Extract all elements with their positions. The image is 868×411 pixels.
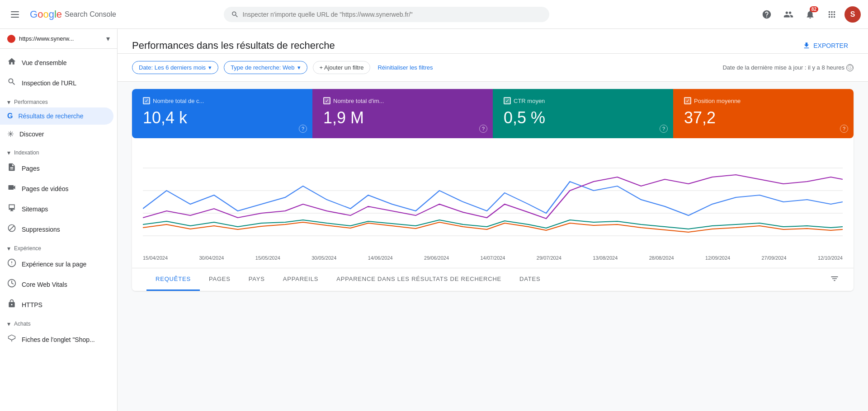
metric-card-position[interactable]: Position moyenne 37,2 ? (673, 89, 854, 138)
logo[interactable]: Google Search Console (30, 9, 116, 20)
video-icon (7, 183, 16, 194)
tab-pays[interactable]: PAYS (240, 268, 274, 291)
metric-card-ctr[interactable]: CTR moyen 0,5 % ? (493, 89, 673, 138)
sidebar-item-page-experience[interactable]: Expérience sur la page (0, 254, 113, 274)
add-filter-button[interactable]: + Ajouter un filtre (313, 61, 371, 74)
sidebar-item-overview[interactable]: Vue d'ensemble (0, 52, 113, 73)
tab-dates[interactable]: DATES (510, 268, 549, 291)
property-arrow-icon: ▾ (106, 34, 110, 43)
search-icon (7, 77, 16, 89)
sidebar-item-video-pages[interactable]: Pages de vidéos (0, 178, 113, 199)
help-button[interactable] (758, 5, 776, 23)
ctr-value: 0,5 % (504, 108, 662, 127)
add-filter-label: + Ajouter un filtre (320, 64, 364, 71)
date-label-5: 29/06/2024 (424, 255, 449, 261)
pages-label: Pages (22, 165, 40, 172)
video-pages-label: Pages de vidéos (22, 185, 69, 192)
section-header-indexation[interactable]: ▾ Indexation (0, 144, 117, 158)
search-type-filter-button[interactable]: Type de recherche: Web ▾ (224, 61, 307, 74)
date-filter-button[interactable]: Date: Les 6 derniers mois ▾ (132, 61, 218, 74)
sidebar-item-discover[interactable]: ✳ Discover (0, 125, 113, 144)
position-info[interactable]: ? (840, 125, 848, 133)
search-type-label: Type de recherche: Web (231, 64, 294, 71)
ctr-label: CTR moyen (514, 98, 545, 104)
impressions-checkbox[interactable] (323, 97, 330, 104)
tab-appareils[interactable]: APPAREILS (274, 268, 328, 291)
sidebar-item-pages[interactable]: Pages (0, 158, 113, 178)
svg-rect-2 (11, 17, 19, 18)
section-label-indexation: Indexation (14, 149, 39, 156)
search-results-label: Résultats de recherche (18, 112, 83, 120)
apps-button[interactable] (823, 5, 841, 23)
url-inspection-label: Inspection de l'URL (22, 79, 76, 87)
property-url: https://www.synerw... (19, 35, 103, 42)
section-label-achats: Achats (14, 321, 31, 327)
last-update-text: Date de la dernière mise à jour : il y a… (722, 64, 844, 71)
sidebar: https://www.synerw... ▾ Vue d'ensemble I… (0, 29, 118, 411)
collapse-arrow-performances: ▾ (7, 98, 10, 106)
page-experience-label: Expérience sur la page (22, 261, 86, 268)
search-input[interactable] (243, 11, 542, 18)
export-label: EXPORTER (813, 42, 848, 49)
property-selector[interactable]: https://www.synerw... ▾ (0, 29, 117, 49)
avatar[interactable]: S (844, 6, 861, 23)
ctr-checkbox[interactable] (504, 97, 511, 104)
sidebar-item-sitemaps[interactable]: Sitemaps (0, 199, 113, 219)
product-name: Search Console (65, 10, 116, 19)
date-label-8: 13/08/2024 (593, 255, 618, 261)
date-label-6: 14/07/2024 (480, 255, 505, 261)
filters-bar: Date: Les 6 derniers mois ▾ Type de rech… (118, 54, 868, 82)
main-layout: https://www.synerw... ▾ Vue d'ensemble I… (0, 29, 868, 411)
accounts-button[interactable] (779, 5, 797, 23)
date-label-12: 12/10/2024 (818, 255, 843, 261)
property-favicon (7, 35, 15, 43)
chart-section: 15/04/2024 30/04/2024 15/05/2024 30/05/2… (132, 138, 854, 268)
clicks-info[interactable]: ? (299, 125, 307, 133)
sidebar-item-https[interactable]: HTTPS (0, 294, 113, 315)
sidebar-item-core-web-vitals[interactable]: Core Web Vitals (0, 274, 113, 294)
date-label-10: 12/09/2024 (705, 255, 730, 261)
performance-chart (143, 145, 843, 254)
clicks-checkbox[interactable] (143, 97, 150, 104)
notifications-button[interactable]: 82 (801, 5, 819, 23)
topbar: Google Search Console 82 S (0, 0, 868, 29)
menu-icon[interactable] (7, 7, 23, 22)
tab-apparence[interactable]: APPARENCE DANS LES RÉSULTATS DE RECHERCH… (327, 268, 510, 291)
content-header: Performances dans les résultats de reche… (118, 29, 868, 54)
export-button[interactable]: EXPORTER (797, 38, 854, 53)
date-filter-arrow: ▾ (208, 64, 212, 71)
sidebar-item-shop[interactable]: Fiches de l'onglet "Shop... (0, 329, 113, 350)
chart-date-labels: 15/04/2024 30/04/2024 15/05/2024 30/05/2… (143, 255, 843, 268)
sidebar-item-suppressions[interactable]: Suppressions (0, 219, 113, 239)
date-label-7: 29/07/2024 (537, 255, 561, 261)
clicks-value: 10,4 k (143, 108, 302, 127)
page-title: Performances dans les résultats de reche… (132, 40, 335, 51)
sidebar-item-url-inspection[interactable]: Inspection de l'URL (0, 73, 113, 93)
section-header-achats[interactable]: ▾ Achats (0, 315, 117, 329)
sitemaps-icon (7, 203, 16, 215)
cwv-icon (7, 279, 16, 290)
tabs-section: REQUÊTES PAGES PAYS APPAREILS APPARENCE … (132, 268, 854, 291)
lock-icon (7, 299, 16, 310)
collapse-arrow-experience: ▾ (7, 245, 10, 252)
notification-badge: 82 (810, 6, 818, 12)
sidebar-nav: Vue d'ensemble Inspection de l'URL ▾ Per… (0, 49, 117, 350)
ctr-info[interactable]: ? (660, 125, 668, 133)
position-checkbox[interactable] (684, 97, 691, 104)
search-bar[interactable] (224, 7, 549, 22)
topbar-icons: 82 S (758, 5, 861, 23)
metric-card-clicks[interactable]: Nombre total de c... 10,4 k ? (132, 89, 312, 138)
sidebar-item-search-results[interactable]: G Résultats de recherche (0, 107, 113, 125)
section-header-performances[interactable]: ▾ Performances (0, 93, 117, 107)
reset-filters-link[interactable]: Réinitialiser les filtres (377, 64, 433, 71)
download-icon (802, 42, 811, 50)
impressions-info[interactable]: ? (479, 125, 487, 133)
section-header-experience[interactable]: ▾ Expérience (0, 239, 117, 254)
last-update: Date de la dernière mise à jour : il y a… (722, 64, 854, 71)
tab-requetes[interactable]: REQUÊTES (146, 268, 200, 291)
section-label-performances: Performances (14, 99, 48, 105)
tab-pages[interactable]: PAGES (200, 268, 240, 291)
metrics-chart-container: Nombre total de c... 10,4 k ? Nombre tot… (132, 89, 854, 291)
metric-card-impressions[interactable]: Nombre total d'im... 1,9 M ? (312, 89, 493, 138)
table-filter-icon[interactable] (830, 274, 839, 285)
